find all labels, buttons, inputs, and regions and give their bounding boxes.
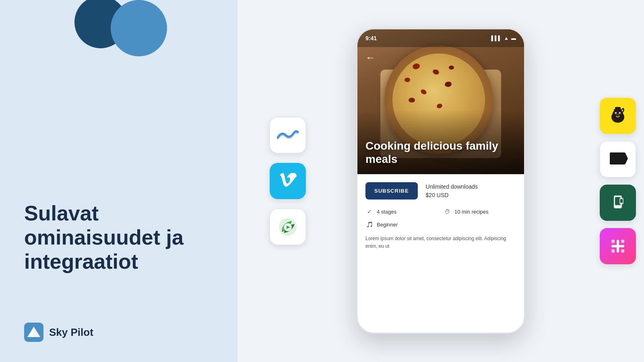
integration-sprout xyxy=(270,209,306,245)
svg-rect-14 xyxy=(615,107,621,110)
right-panel: 9:41 ▌▌▌ ▲ ▬ xyxy=(237,0,644,362)
feature-stages: ✓ 4 stages xyxy=(365,208,438,216)
description-text: Lorem ipsum dolor sit amet, consectetur … xyxy=(365,235,516,250)
svg-point-11 xyxy=(619,113,620,113)
back-button[interactable]: ← xyxy=(365,52,375,63)
feature-time: ⏱ 10 min recipes xyxy=(443,208,516,216)
phone-content: SUBSCRIBE Unlimited downloads $20 USD ✓ … xyxy=(357,174,524,258)
price-info: Unlimited downloads $20 USD xyxy=(426,183,478,200)
svg-rect-24 xyxy=(611,245,624,247)
svg-rect-28 xyxy=(621,249,624,253)
topping-3 xyxy=(405,78,410,82)
brand-logo: Sky Pilot xyxy=(24,323,213,342)
brand-name: Sky Pilot xyxy=(49,326,93,339)
integrations-left xyxy=(270,117,306,245)
wistia-icon xyxy=(276,130,300,141)
sprout-icon xyxy=(278,217,298,237)
svg-rect-25 xyxy=(611,240,615,243)
vimeo-icon xyxy=(277,173,299,189)
integration-keen xyxy=(600,141,636,177)
page-title: Sulavat ominaisuudet ja integraatiot xyxy=(24,202,213,274)
status-time: 9:41 xyxy=(365,35,377,41)
tableau-icon xyxy=(607,236,628,257)
decorative-circles xyxy=(74,0,167,56)
integration-posthog xyxy=(600,185,636,221)
keen-icon xyxy=(608,151,628,167)
status-icons: ▌▌▌ ▲ ▬ xyxy=(491,35,516,41)
left-panel: Sulavat ominaisuudet ja integraatiot Sky… xyxy=(0,0,237,362)
svg-point-10 xyxy=(615,113,616,113)
svg-point-20 xyxy=(617,206,619,207)
level-icon: 🎵 xyxy=(365,220,374,228)
circle-light-icon xyxy=(111,0,167,56)
integration-wistia xyxy=(270,117,306,153)
stages-icon: ✓ xyxy=(365,208,374,216)
svg-rect-22 xyxy=(620,199,623,203)
time-icon: ⏱ xyxy=(443,208,451,216)
posthog-icon xyxy=(607,192,628,213)
integration-vimeo xyxy=(270,163,306,199)
features-grid: ✓ 4 stages ⏱ 10 min recipes 🎵 Beginner xyxy=(365,208,516,228)
hero-overlay-text: Cooking delicious family meals xyxy=(365,139,516,166)
subscribe-row: SUBSCRIBE Unlimited downloads $20 USD xyxy=(365,182,516,200)
phone-hero-image: ← Cooking delicious family meals xyxy=(357,29,524,174)
integrations-right xyxy=(600,98,636,264)
subscribe-button[interactable]: SUBSCRIBE xyxy=(365,182,418,200)
phone-status-bar: 9:41 ▌▌▌ ▲ ▬ xyxy=(357,29,524,47)
topping-8 xyxy=(449,66,454,70)
feature-level: 🎵 Beginner xyxy=(365,220,438,228)
integration-mailchimp xyxy=(600,98,636,134)
skypilot-icon xyxy=(24,323,43,342)
hero-text: Sulavat ominaisuudet ja integraatiot xyxy=(24,202,213,274)
mailchimp-icon xyxy=(607,105,629,127)
phone-mockup: 9:41 ▌▌▌ ▲ ▬ xyxy=(356,28,525,334)
svg-rect-16 xyxy=(610,152,625,165)
svg-marker-17 xyxy=(625,152,628,165)
phone-hero-title: Cooking delicious family meals xyxy=(365,139,516,166)
svg-rect-26 xyxy=(621,240,624,243)
topping-6 xyxy=(409,98,415,103)
svg-point-15 xyxy=(622,108,624,110)
integration-tableau xyxy=(600,228,636,264)
svg-rect-27 xyxy=(611,249,615,253)
